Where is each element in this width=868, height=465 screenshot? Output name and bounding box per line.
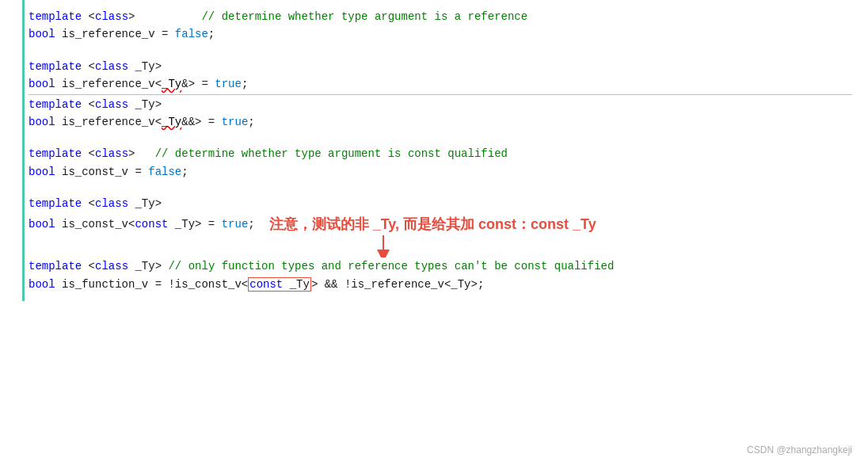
code-line-7: template <class _Ty> — [29, 96, 852, 113]
code-line-17: bool is_function_v = !is_const_v<const _… — [29, 276, 852, 293]
code-line-4: template <class _Ty> — [29, 58, 852, 75]
blank-3 — [29, 181, 852, 195]
code-line-16: template <class _Ty> // only function ty… — [29, 257, 852, 275]
code-line-14-row: bool is_const_v<const _Ty> = true; 注意，测试… — [29, 213, 852, 236]
left-border — [22, 0, 25, 301]
code-line-2: bool is_reference_v = false; — [29, 25, 852, 43]
annotation-arrow — [360, 235, 407, 257]
code-line-1: template <class> // determine whether ty… — [29, 8, 852, 25]
annotation-text: 注意，测试的非 _Ty, 而是给其加 const：const _Ty — [269, 213, 596, 236]
code-line-10: template <class> // determine whether ty… — [29, 145, 852, 162]
watermark: CSDN @zhangzhangkeji — [747, 444, 852, 455]
code-line-5: bool is_reference_v<_Ty&> = true; — [29, 75, 852, 93]
separator-line — [29, 94, 852, 95]
blank-4 — [29, 235, 852, 257]
blank-2 — [29, 131, 852, 145]
code-line-8: bool is_reference_v<_Ty&&> = true; — [29, 113, 852, 131]
code-container: template <class> // determine whether ty… — [0, 0, 868, 301]
code-line-14: bool is_const_v<const _Ty> = true; — [29, 215, 255, 233]
code-line-13: template <class _Ty> — [29, 195, 852, 212]
code-line-11: bool is_const_v = false; — [29, 163, 852, 181]
blank-1 — [29, 44, 852, 58]
